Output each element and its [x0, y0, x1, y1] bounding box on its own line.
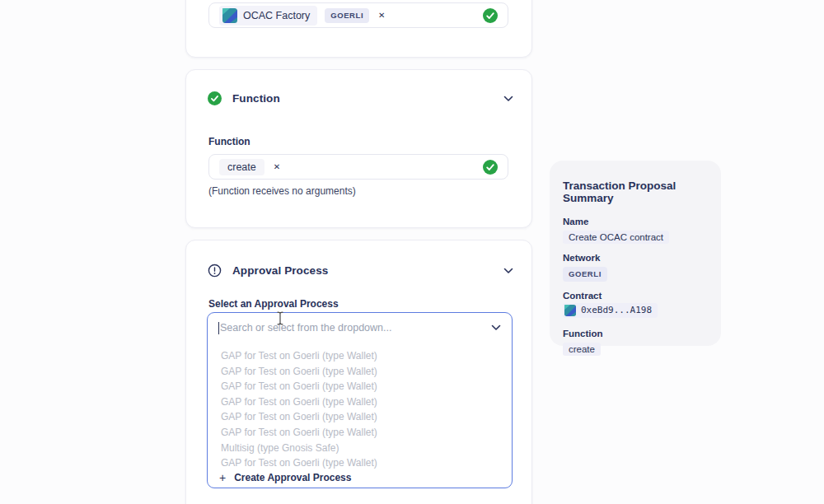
approval-process-option[interactable]: GAP for Test on Goerli (type Wallet): [208, 348, 512, 364]
section-complete-check-icon: [208, 91, 222, 105]
approval-process-options: GAP for Test on Goerli (type Wallet) GAP…: [208, 348, 512, 471]
approval-card-header[interactable]: Approval Process: [208, 264, 513, 278]
function-card-title: Function: [232, 92, 280, 105]
summary-network-field: Network GOERLI: [563, 253, 708, 282]
remove-function-icon[interactable]: ✕: [274, 163, 280, 171]
create-approval-process-label: Create Approval Process: [234, 472, 351, 483]
function-field-label: Function: [208, 136, 250, 147]
valid-check-icon: [483, 160, 498, 175]
function-card-header[interactable]: Function: [208, 91, 513, 105]
approval-search-input[interactable]: [220, 322, 485, 334]
approval-card-title: Approval Process: [232, 264, 328, 277]
summary-function-label: Function: [563, 329, 708, 338]
contract-identicon: [222, 8, 237, 23]
contract-chip-label: OCAC Factory: [243, 10, 310, 21]
summary-title: Transaction Proposal Summary: [563, 180, 708, 204]
summary-function-field: Function create: [563, 329, 708, 356]
summary-name-label: Name: [563, 217, 708, 226]
function-chip: create: [219, 159, 265, 175]
section-incomplete-alert-icon: [208, 264, 222, 278]
summary-name-field: Name Create OCAC contract: [563, 217, 708, 244]
summary-network-badge: GOERLI: [563, 267, 607, 282]
function-arguments-note: (Function receives no arguments): [208, 185, 356, 197]
approval-search-row[interactable]: [208, 313, 512, 343]
function-input[interactable]: create ✕: [208, 154, 508, 180]
contract-card: OCAC Factory GOERLI ✕: [185, 0, 532, 58]
approval-process-option[interactable]: GAP for Test on Goerli (type Wallet): [208, 409, 512, 425]
remove-contract-icon[interactable]: ✕: [378, 12, 385, 20]
function-card: Function Function create ✕ (Function rec…: [185, 69, 532, 228]
text-caret: [218, 322, 219, 334]
create-approval-process-button[interactable]: + Create Approval Process: [208, 468, 512, 488]
summary-function-value: create: [563, 343, 601, 356]
contract-input[interactable]: OCAC Factory GOERLI ✕: [208, 2, 508, 28]
approval-process-combobox: GAP for Test on Goerli (type Wallet) GAP…: [207, 312, 513, 488]
approval-process-option[interactable]: GAP for Test on Goerli (type Wallet): [208, 425, 512, 441]
contract-chip: OCAC Factory: [219, 6, 317, 26]
approval-field-label: Select an Approval Process: [208, 298, 339, 310]
summary-contract-value: 0xeBd9...A198: [563, 303, 658, 318]
transaction-builder-screen: OCAC Factory GOERLI ✕ Function: [0, 0, 824, 504]
plus-icon: +: [219, 472, 226, 483]
collapse-chevron-icon[interactable]: [503, 268, 513, 274]
approval-process-card: Approval Process Select an Approval Proc…: [185, 240, 532, 504]
approval-process-option[interactable]: GAP for Test on Goerli (type Wallet): [208, 379, 512, 394]
summary-contract-label: Contract: [563, 291, 708, 301]
contract-identicon: [564, 305, 576, 316]
valid-check-icon: [483, 8, 498, 23]
approval-process-option[interactable]: GAP for Test on Goerli (type Wallet): [208, 364, 512, 380]
dropdown-chevron-icon[interactable]: [491, 324, 501, 331]
approval-process-option[interactable]: Multisig (type Gnosis Safe): [208, 441, 512, 456]
collapse-chevron-icon[interactable]: [503, 96, 513, 102]
approval-process-option[interactable]: GAP for Test on Goerli (type Wallet): [208, 394, 512, 410]
contract-address-text: 0xeBd9...A198: [581, 305, 652, 315]
summary-contract-field: Contract 0xeBd9...A198: [563, 291, 708, 320]
summary-name-value: Create OCAC contract: [563, 231, 669, 244]
network-badge: GOERLI: [325, 8, 369, 23]
transaction-proposal-summary-panel: Transaction Proposal Summary Name Create…: [550, 161, 721, 346]
summary-network-label: Network: [563, 253, 708, 263]
